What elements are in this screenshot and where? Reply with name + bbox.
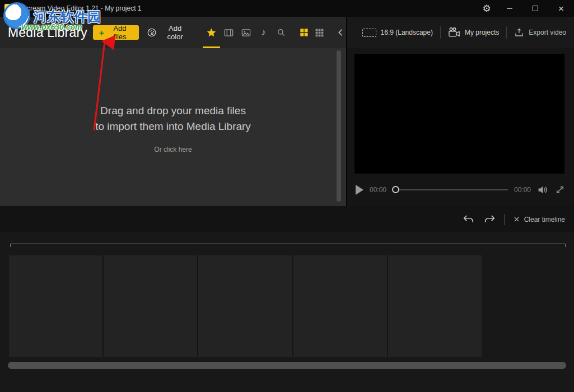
maximize-button[interactable] [522,0,548,17]
titlebar-controls: ⚙ × [477,0,574,17]
image-icon [241,27,251,38]
grid-small-icon [315,29,324,37]
add-color-label: Add color [161,24,189,41]
film-icon [223,27,234,38]
clear-timeline-button[interactable]: Clear timeline [513,216,565,223]
maximize-icon [533,6,538,11]
export-icon [514,27,524,38]
undo-button[interactable] [463,213,475,226]
seek-bar[interactable] [393,185,508,194]
star-icon [206,27,217,38]
export-video-label: Export video [529,29,566,36]
minimize-icon [507,8,512,9]
dropzone-text-line2: to import them into Media Library [95,119,251,134]
app-icon [4,4,13,13]
fullscreen-button[interactable] [555,185,565,195]
tab-audio[interactable]: ♪ [255,17,272,48]
tab-videos[interactable] [220,17,237,48]
timeline-cell [104,255,197,357]
search-icon [276,27,286,38]
player-controls: 00:00 00:00 [347,174,574,206]
media-panel-scrollbar[interactable] [337,50,341,202]
media-library-dropzone[interactable]: Drag and drop your media files to import… [0,48,346,206]
divider [504,214,505,225]
aspect-ratio-icon [362,29,376,37]
tab-images[interactable] [237,17,255,48]
my-projects-label: My projects [465,29,499,36]
app-window: Icecream Video Editor 1.21 - My project … [0,0,574,392]
my-projects-button[interactable]: My projects [441,27,506,38]
movie-camera-icon [448,27,460,38]
titlebar: Icecream Video Editor 1.21 - My project … [0,0,574,17]
window-title: Icecream Video Editor 1.21 - My project … [18,4,142,12]
collapse-panel-button[interactable] [336,27,346,38]
elapsed-time: 00:00 [370,186,386,194]
timeline-track [9,255,482,357]
preview-panel: 00:00 00:00 [346,48,574,206]
aspect-ratio-label: 16:9 (Landscape) [381,29,433,36]
duration-time: 00:00 [514,186,531,194]
redo-button[interactable] [483,213,496,226]
timeline-scrollbar[interactable] [8,362,566,369]
media-library-header: Media Library + Add files Add color [0,17,346,48]
aspect-ratio-button[interactable]: 16:9 (Landscape) [355,29,440,37]
grid-view-button[interactable] [300,28,309,37]
add-files-button[interactable]: + Add files [93,25,139,40]
timeline-cell [388,255,482,357]
settings-gear-icon[interactable]: ⚙ [477,3,497,15]
chevron-left-icon [336,27,346,38]
timeline-ruler [10,244,566,244]
play-button[interactable] [356,185,363,195]
palette-icon [147,27,157,38]
header-row: Media Library + Add files Add color [0,17,574,48]
grid-large-icon [300,28,309,37]
music-note-icon: ♪ [261,27,266,38]
seek-track [393,189,508,190]
clear-x-icon [513,216,520,223]
add-files-label: Add files [107,24,133,41]
view-toggle [300,28,324,37]
timeline-toolbar: Clear timeline [0,206,574,232]
small-grid-view-button[interactable] [315,29,324,37]
export-video-button[interactable]: Export video [507,27,574,38]
plus-icon: + [99,28,104,38]
video-preview [354,54,564,174]
timeline-cell [198,255,292,357]
project-bar: 16:9 (Landscape) My projects [346,17,574,48]
close-button[interactable]: × [548,0,574,17]
timeline [0,232,574,392]
add-color-button[interactable]: Add color [147,24,189,41]
tab-search[interactable] [272,17,290,48]
page-title: Media Library [8,25,87,40]
close-icon: × [558,4,564,13]
tab-favorites[interactable] [203,17,220,48]
seek-thumb[interactable] [392,186,399,193]
minimize-button[interactable] [497,0,522,17]
media-type-tabs: ♪ [203,17,290,48]
timeline-cell [9,255,102,357]
volume-button[interactable] [537,185,549,195]
dropzone-click-hint[interactable]: Or click here [154,146,192,153]
clear-timeline-label: Clear timeline [524,216,565,223]
main-row: Drag and drop your media files to import… [0,48,574,206]
dropzone-text-line1: Drag and drop your media files [100,103,246,119]
timeline-cell [293,255,387,357]
